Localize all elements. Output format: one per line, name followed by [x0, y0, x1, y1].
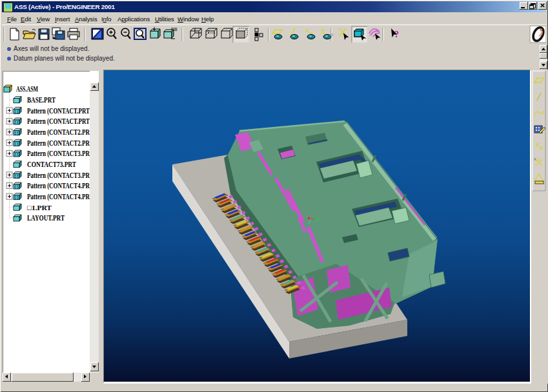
- svg-text:BASE.PRT: BASE.PRT: [27, 95, 56, 104]
- svg-text:?: ?: [394, 30, 399, 39]
- svg-text:ASS.ASM: ASS.ASM: [16, 84, 38, 93]
- svg-text:Pattern (CONTACT2.PR: Pattern (CONTACT2.PR: [27, 139, 90, 148]
- svg-text:CONTACT73.PRT: CONTACT73.PRT: [27, 160, 76, 169]
- svg-text:□1.PRT: □1.PRT: [27, 204, 52, 211]
- svg-text:RB: RB: [171, 27, 178, 32]
- svg-text:Pattern (CONTACT2.PR: Pattern (CONTACT2.PR: [27, 128, 90, 137]
- svg-text:Pattern (CONTACT4.PR: Pattern (CONTACT4.PR: [27, 181, 90, 190]
- svg-text:Pattern (CONTACT.PRT: Pattern (CONTACT.PRT: [27, 106, 90, 115]
- svg-text:Pattern (CONTACT.PRT: Pattern (CONTACT.PRT: [27, 117, 90, 126]
- svg-text:LAYOUT.PRT: LAYOUT.PRT: [27, 213, 65, 222]
- svg-text:Pattern (CONTACT3.PR: Pattern (CONTACT3.PR: [27, 171, 90, 180]
- svg-text:Pattern (CONTACT3.PR: Pattern (CONTACT3.PR: [27, 149, 90, 158]
- svg-text:Pattern (CONTACT4.PR: Pattern (CONTACT4.PR: [27, 192, 90, 201]
